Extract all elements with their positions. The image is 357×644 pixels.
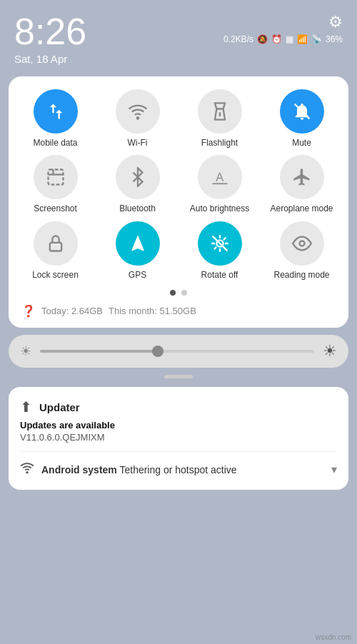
tile-circle-lock-screen: [34, 221, 78, 266]
tile-mobile-data[interactable]: Mobile data: [16, 89, 95, 148]
svg-rect-8: [49, 243, 61, 251]
status-icons: 0.2KB/s 🔕 ⏰ ▦ 📶 📡 36%: [223, 34, 343, 44]
tile-gps[interactable]: GPS: [98, 221, 177, 280]
android-system-name: Android system: [41, 464, 117, 476]
android-wifi-icon: [20, 461, 34, 478]
network-speed: 0.2KB/s: [223, 34, 253, 44]
chevron-down-icon: ▾: [331, 463, 337, 476]
page-dot-2[interactable]: [181, 290, 187, 296]
brightness-track[interactable]: [40, 350, 314, 353]
updater-icon: ⬆: [20, 398, 32, 416]
tile-screenshot[interactable]: Screenshot: [16, 155, 95, 213]
svg-point-12: [26, 472, 28, 473]
notif-divider: [20, 451, 337, 452]
tile-auto-brightness[interactable]: AAuto brightness: [180, 155, 259, 213]
tile-lock-screen[interactable]: Lock screen: [16, 221, 95, 280]
android-hotspot-text: Tethering or hotspot active: [119, 464, 236, 476]
tile-circle-screenshot: [34, 155, 78, 199]
signal-icon: 📶: [297, 34, 308, 44]
settings-icon[interactable]: ⚙: [328, 13, 343, 31]
svg-point-11: [299, 241, 304, 246]
status-date: Sat, 18 Apr: [14, 53, 86, 65]
brightness-thumb[interactable]: [152, 346, 164, 357]
updater-notification[interactable]: ⬆ Updater Updates are available V11.0.6.…: [9, 387, 348, 490]
sim-icon: ▦: [286, 34, 293, 44]
brightness-low-icon: ☀: [20, 343, 31, 359]
tile-circle-bluetooth: [116, 155, 160, 199]
tile-flashlight[interactable]: Flashlight: [180, 89, 259, 148]
tile-circle-gps: [116, 221, 160, 266]
status-bar: 8:26 Sat, 18 Apr ⚙ 0.2KB/s 🔕 ⏰ ▦ 📶 📡 36%: [0, 0, 357, 71]
quick-settings-panel: Mobile dataWi-FiFlashlightMuteScreenshot…: [9, 76, 348, 328]
updater-app-name: Updater: [39, 401, 80, 413]
tile-label-mobile-data: Mobile data: [33, 138, 77, 148]
brightness-fill: [40, 350, 164, 353]
tile-circle-flashlight: [198, 89, 242, 134]
wifi-status-icon: 📡: [311, 34, 322, 44]
updater-title: Updates are available: [20, 420, 337, 431]
data-usage-icon: ❓: [21, 304, 36, 318]
page-dots: [16, 290, 341, 296]
svg-point-0: [136, 117, 138, 119]
alarm-icon: ⏰: [271, 34, 282, 44]
android-system-row[interactable]: Android system Tethering or hotspot acti…: [20, 461, 337, 478]
tile-label-wifi: Wi-Fi: [128, 138, 148, 148]
status-time: 8:26: [14, 13, 86, 50]
watermark: wsxdn.com: [316, 633, 351, 641]
tile-aeroplane[interactable]: Aeroplane mode: [262, 155, 341, 213]
tile-label-screenshot: Screenshot: [34, 203, 77, 213]
tile-label-aeroplane: Aeroplane mode: [270, 203, 333, 213]
tile-label-gps: GPS: [129, 270, 146, 280]
updater-body: V11.0.6.0.QEJMIXM: [20, 432, 337, 443]
tile-circle-auto-brightness: A: [198, 155, 242, 199]
svg-text:A: A: [216, 171, 223, 183]
tile-mute[interactable]: Mute: [262, 89, 341, 148]
tile-circle-reading-mode: [280, 221, 324, 266]
tile-reading-mode[interactable]: Reading mode: [262, 221, 341, 280]
tile-bluetooth[interactable]: Bluetooth: [98, 155, 177, 213]
brightness-high-icon: ☀: [323, 342, 337, 361]
android-system-text: Android system Tethering or hotspot acti…: [41, 464, 237, 476]
tile-circle-aeroplane: [280, 155, 324, 199]
drag-handle[interactable]: [164, 375, 193, 378]
tile-label-mute: Mute: [292, 138, 311, 148]
tile-rotate-off[interactable]: Rotate off: [180, 221, 259, 280]
battery: 36%: [326, 34, 343, 44]
tile-circle-mute: [280, 89, 324, 134]
vibrate-icon: 🔕: [257, 34, 268, 44]
page-dot-1[interactable]: [170, 290, 176, 296]
svg-rect-3: [48, 170, 63, 185]
brightness-container[interactable]: ☀ ☀: [9, 335, 348, 368]
tile-label-reading-mode: Reading mode: [273, 270, 329, 280]
tiles-grid: Mobile dataWi-FiFlashlightMuteScreenshot…: [16, 89, 341, 280]
tile-circle-wifi: [116, 89, 160, 134]
data-month: This month: 51.50GB: [109, 306, 196, 316]
tile-wifi[interactable]: Wi-Fi: [98, 89, 177, 148]
tile-label-bluetooth: Bluetooth: [119, 203, 156, 213]
tile-circle-rotate-off: [198, 221, 242, 266]
tile-label-flashlight: Flashlight: [201, 138, 238, 148]
data-usage: ❓ Today: 2.64GB This month: 51.50GB: [16, 304, 341, 318]
tile-label-auto-brightness: Auto brightness: [190, 203, 249, 213]
data-today: Today: 2.64GB: [41, 306, 103, 316]
tile-label-rotate-off: Rotate off: [201, 270, 238, 280]
tile-circle-mobile-data: [34, 89, 78, 134]
tile-label-lock-screen: Lock screen: [32, 270, 79, 280]
